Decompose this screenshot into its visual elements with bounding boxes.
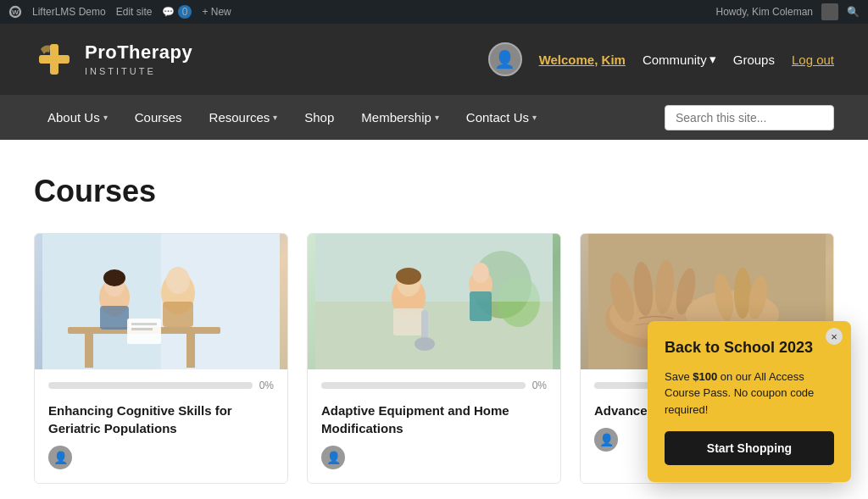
page-title: Courses (34, 174, 834, 209)
nav-courses[interactable]: Courses (121, 95, 196, 140)
comment-count: 0 (178, 5, 192, 19)
avatar-icon: 👤 (494, 49, 515, 69)
edit-site-link[interactable]: Edit site (116, 6, 153, 18)
nav-contact-us[interactable]: Contact Us ▾ (453, 95, 550, 140)
svg-rect-16 (100, 306, 129, 330)
groups-link[interactable]: Groups (733, 53, 775, 67)
svg-rect-24 (315, 234, 553, 302)
user-greeting: Howdy, Kim Coleman (716, 6, 813, 18)
resources-chevron: ▾ (273, 113, 277, 122)
course-card-1[interactable]: 0% Enhancing Cognitive Skills for Geriat… (34, 233, 288, 484)
svg-rect-5 (39, 55, 70, 64)
contact-chevron: ▾ (532, 113, 537, 122)
community-chevron: ▾ (709, 52, 716, 67)
about-chevron: ▾ (103, 113, 108, 122)
card-title-2: Adaptive Equipment and Home Modification… (321, 402, 547, 437)
progress-bar-2 (321, 382, 526, 389)
svg-rect-19 (131, 323, 157, 325)
admin-bar: W LifterLMS Demo Edit site 💬 0 + New How… (0, 0, 868, 24)
membership-chevron: ▾ (435, 113, 439, 122)
site-subtitle: INSTITUTE (85, 66, 156, 76)
progress-label-1: 0% (259, 380, 274, 391)
svg-rect-20 (131, 328, 153, 330)
course-scene-2 (315, 234, 553, 369)
admin-bar-right: Howdy, Kim Coleman 🔍 (716, 3, 860, 20)
course-card-2[interactable]: 0% Adaptive Equipment and Home Modificat… (307, 233, 561, 484)
nav-links: About Us ▾ Courses Resources ▾ Shop Memb… (34, 95, 550, 140)
card-avatar-2: 👤 (321, 446, 345, 469)
popup-highlight: $100 (693, 370, 717, 383)
nav-resources[interactable]: Resources ▾ (196, 95, 292, 140)
admin-search-icon[interactable]: 🔍 (847, 6, 860, 18)
svg-rect-18 (127, 319, 161, 344)
admin-avatar (821, 3, 838, 20)
card-avatar-1: 👤 (48, 446, 72, 469)
svg-rect-30 (393, 308, 424, 335)
comments-link[interactable]: 💬 0 (162, 6, 192, 18)
progress-row-1: 0% (48, 380, 274, 391)
svg-point-32 (415, 337, 435, 351)
svg-point-26 (472, 263, 489, 283)
card-body-2: Adaptive Equipment and Home Modification… (308, 395, 560, 483)
wordpress-icon[interactable]: W (8, 5, 22, 19)
progress-row-2: 0% (321, 380, 547, 391)
course-image-2 (308, 234, 560, 369)
nav-membership[interactable]: Membership ▾ (348, 95, 453, 140)
logo-area[interactable]: ProTherapy INSTITUTE (34, 39, 192, 80)
popup-close-button[interactable]: × (826, 328, 843, 345)
community-link[interactable]: Community ▾ (643, 52, 716, 67)
card-body-1: Enhancing Cognitive Skills for Geriatric… (35, 395, 287, 483)
svg-rect-10 (186, 334, 195, 368)
svg-rect-13 (163, 302, 193, 327)
svg-text:W: W (12, 8, 19, 16)
svg-point-12 (166, 267, 190, 294)
popup-overlay: × Back to School 2023 Save $100 on our A… (648, 321, 851, 482)
new-link[interactable]: + New (202, 6, 231, 18)
progress-area-1: 0% (35, 369, 287, 395)
lifterlms-demo-link[interactable]: LifterLMS Demo (32, 6, 106, 18)
nav-bar: About Us ▾ Courses Resources ▾ Shop Memb… (0, 95, 868, 140)
svg-rect-9 (85, 334, 93, 368)
comment-icon: 💬 (162, 6, 175, 18)
nav-about-us[interactable]: About Us ▾ (34, 95, 121, 140)
card-title-1: Enhancing Cognitive Skills for Geriatric… (48, 402, 274, 437)
start-shopping-button[interactable]: Start Shopping (665, 431, 834, 465)
welcome-name[interactable]: Kim (602, 53, 626, 67)
card-avatar-3: 👤 (594, 428, 618, 452)
popup-body: Save $100 on our All Access Course Pass.… (665, 369, 834, 419)
admin-bar-left: W LifterLMS Demo Edit site 💬 0 + New (8, 5, 704, 19)
course-scene-1 (42, 234, 280, 369)
user-avatar[interactable]: 👤 (488, 42, 522, 76)
svg-rect-27 (470, 291, 492, 321)
svg-point-33 (396, 268, 421, 285)
welcome-text: Welcome, Kim (539, 53, 626, 67)
popup-title: Back to School 2023 (665, 338, 834, 358)
header-nav: 👤 Welcome, Kim Community ▾ Groups Log ou… (488, 42, 834, 76)
nav-shop[interactable]: Shop (291, 95, 348, 140)
progress-bar-1 (48, 382, 253, 389)
svg-point-17 (103, 269, 125, 286)
progress-label-2: 0% (532, 380, 547, 391)
logo-icon (34, 39, 75, 80)
logo-text: ProTherapy INSTITUTE (85, 42, 192, 77)
course-image-1 (35, 234, 287, 369)
site-title: ProTherapy (85, 42, 192, 64)
logout-link[interactable]: Log out (792, 53, 834, 67)
svg-point-43 (734, 268, 751, 319)
search-input[interactable] (665, 105, 834, 130)
progress-area-2: 0% (308, 369, 560, 395)
site-header: ProTherapy INSTITUTE 👤 Welcome, Kim Comm… (0, 24, 868, 95)
